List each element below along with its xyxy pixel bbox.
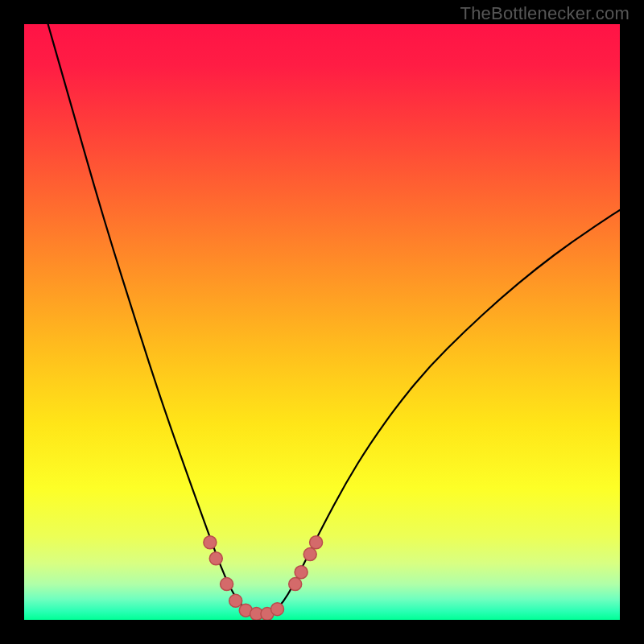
- marker-dot: [221, 578, 233, 591]
- marker-dot: [310, 536, 323, 549]
- plot-area: [24, 24, 620, 620]
- chart-frame: TheBottlenecker.com: [0, 0, 644, 644]
- marker-dot: [271, 603, 284, 616]
- marker-dots: [24, 24, 620, 620]
- marker-dot: [295, 566, 308, 579]
- marker-dot: [204, 536, 217, 549]
- marker-dot: [229, 594, 242, 607]
- marker-dot: [289, 578, 302, 591]
- marker-dot: [209, 552, 222, 565]
- watermark-text: TheBottlenecker.com: [460, 3, 630, 24]
- marker-dot: [303, 548, 316, 561]
